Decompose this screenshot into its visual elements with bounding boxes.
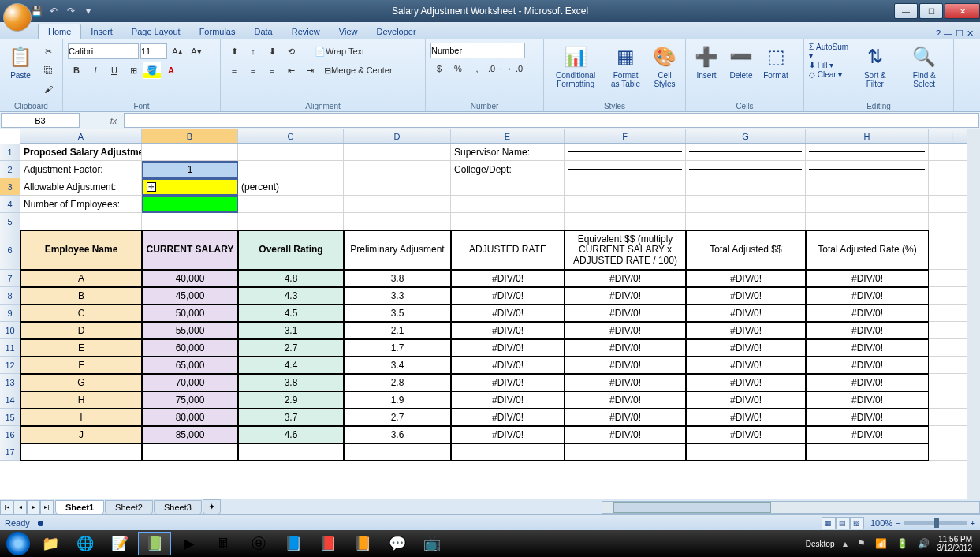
- cell-totalrate-8[interactable]: #DIV/0!: [806, 409, 929, 426]
- cell-adjrate-8[interactable]: #DIV/0!: [451, 409, 565, 426]
- decrease-decimal-icon[interactable]: ←.0: [506, 60, 524, 77]
- align-left-icon[interactable]: ≡: [225, 62, 243, 79]
- formula-input[interactable]: [124, 113, 979, 128]
- cell-F5[interactable]: [565, 213, 686, 230]
- row-header-8[interactable]: 8: [0, 287, 20, 305]
- cell-adjrate-7[interactable]: #DIV/0!: [451, 391, 565, 409]
- cell-totaladj-1[interactable]: #DIV/0!: [686, 287, 806, 305]
- cell-emp-name-2[interactable]: C: [20, 305, 142, 322]
- cell-H3[interactable]: [806, 178, 929, 196]
- tray-up-icon[interactable]: ▴: [841, 538, 849, 549]
- cell-totaladj-7[interactable]: #DIV/0!: [686, 391, 806, 409]
- minimize-button[interactable]: —: [894, 3, 918, 19]
- header-total-rate[interactable]: Total Adjusted Rate (%): [806, 230, 929, 270]
- percent-icon[interactable]: %: [449, 60, 467, 77]
- italic-button[interactable]: I: [87, 62, 104, 79]
- row-header-5[interactable]: 5: [0, 213, 20, 230]
- cell-equiv-4[interactable]: #DIV/0!: [565, 339, 686, 357]
- cell-num-emp-label[interactable]: Number of Employees:: [20, 196, 142, 213]
- cell-emp-name-1[interactable]: B: [20, 287, 142, 305]
- cell-D17[interactable]: [344, 443, 451, 461]
- cell-H1[interactable]: [806, 144, 929, 161]
- cell-rating-9[interactable]: 4.6: [238, 426, 344, 443]
- cell-equiv-6[interactable]: #DIV/0!: [565, 374, 686, 391]
- cell-rating-0[interactable]: 4.8: [238, 270, 344, 287]
- cell-equiv-3[interactable]: #DIV/0!: [565, 322, 686, 339]
- cell-prelim-2[interactable]: 3.5: [344, 305, 451, 322]
- cell-salary-8[interactable]: 80,000: [142, 409, 238, 426]
- tab-review[interactable]: Review: [282, 24, 330, 39]
- cell-H4[interactable]: [806, 196, 929, 213]
- row-header-12[interactable]: 12: [0, 357, 20, 374]
- cell-supervisor-label[interactable]: Supervisor Name:: [451, 144, 565, 161]
- find-select-button[interactable]: 🔍Find & Select: [900, 43, 948, 90]
- cell-G2[interactable]: [686, 161, 806, 178]
- format-painter-icon[interactable]: 🖌: [39, 80, 57, 98]
- cell-allowable-adj-value[interactable]: ✛: [142, 178, 238, 196]
- cell-title[interactable]: Proposed Salary Adjustment Worksheet 201…: [20, 144, 142, 161]
- cell-prelim-1[interactable]: 3.3: [344, 287, 451, 305]
- cell-D1[interactable]: [344, 144, 451, 161]
- increase-indent-icon[interactable]: ⇥: [301, 62, 319, 79]
- cell-college-dept-label[interactable]: College/Dept:: [451, 161, 565, 178]
- cell-equiv-9[interactable]: #DIV/0!: [565, 426, 686, 443]
- cell-H5[interactable]: [806, 213, 929, 230]
- header-preliminary-adj[interactable]: Preliminary Adjusment: [344, 230, 451, 270]
- cell-prelim-4[interactable]: 1.7: [344, 339, 451, 357]
- align-bottom-icon[interactable]: ⬇: [263, 43, 281, 60]
- cell-A17[interactable]: [20, 443, 142, 461]
- doc-restore-icon[interactable]: ☐: [956, 28, 963, 39]
- taskbar-ppt-icon[interactable]: 📙: [346, 532, 379, 555]
- cell-totalrate-3[interactable]: #DIV/0!: [806, 322, 929, 339]
- tray-network-icon[interactable]: 📶: [874, 538, 889, 549]
- sheet-nav-last[interactable]: ▸|: [40, 500, 54, 514]
- row-header-11[interactable]: 11: [0, 339, 20, 357]
- cell-prelim-7[interactable]: 1.9: [344, 391, 451, 409]
- header-total-adj[interactable]: Total Adjusted $$: [686, 230, 806, 270]
- cell-H17[interactable]: [806, 443, 929, 461]
- cell-A5[interactable]: [20, 213, 142, 230]
- cell-salary-9[interactable]: 85,000: [142, 426, 238, 443]
- cell-prelim-0[interactable]: 3.8: [344, 270, 451, 287]
- row-header-4[interactable]: 4: [0, 196, 20, 213]
- taskbar-word-icon[interactable]: 📘: [277, 532, 310, 555]
- cell-adjrate-5[interactable]: #DIV/0!: [451, 357, 565, 374]
- save-icon[interactable]: 💾: [30, 5, 43, 17]
- cell-totaladj-8[interactable]: #DIV/0!: [686, 409, 806, 426]
- zoom-out-button[interactable]: −: [896, 518, 900, 528]
- col-header-g[interactable]: G: [686, 129, 806, 143]
- zoom-slider[interactable]: [904, 521, 967, 525]
- tab-page-layout[interactable]: Page Layout: [122, 24, 190, 39]
- cell-allowable-adj-label[interactable]: Allowable Adjustment:: [20, 178, 142, 196]
- delete-cells-button[interactable]: ➖Delete: [725, 43, 757, 81]
- cell-totalrate-1[interactable]: #DIV/0!: [806, 287, 929, 305]
- zoom-in-button[interactable]: +: [971, 518, 975, 528]
- comma-icon[interactable]: ,: [468, 60, 486, 77]
- cell-salary-6[interactable]: 70,000: [142, 374, 238, 391]
- cell-G5[interactable]: [686, 213, 806, 230]
- cell-E17[interactable]: [451, 443, 565, 461]
- cell-adjrate-1[interactable]: #DIV/0!: [451, 287, 565, 305]
- row-header-13[interactable]: 13: [0, 374, 20, 391]
- cell-H2[interactable]: [806, 161, 929, 178]
- format-cells-button[interactable]: ⬚Format: [760, 43, 792, 81]
- horizontal-scrollbar[interactable]: [602, 501, 980, 514]
- row-header-2[interactable]: 2: [0, 161, 20, 178]
- taskbar-app-icon[interactable]: 📺: [415, 532, 449, 555]
- cell-D3[interactable]: [344, 178, 451, 196]
- tab-home[interactable]: Home: [38, 24, 81, 39]
- cell-G3[interactable]: [686, 178, 806, 196]
- cell-rating-3[interactable]: 3.1: [238, 322, 344, 339]
- cell-equiv-1[interactable]: #DIV/0!: [565, 287, 686, 305]
- cell-totalrate-0[interactable]: #DIV/0!: [806, 270, 929, 287]
- cell-G1[interactable]: [686, 144, 806, 161]
- align-top-icon[interactable]: ⬆: [225, 43, 243, 60]
- cell-rating-2[interactable]: 4.5: [238, 305, 344, 322]
- taskbar-excel-icon[interactable]: 📗: [138, 532, 171, 555]
- taskbar-skype-icon[interactable]: 💬: [381, 532, 414, 555]
- cell-salary-3[interactable]: 55,000: [142, 322, 238, 339]
- cell-equiv-7[interactable]: #DIV/0!: [565, 391, 686, 409]
- cell-F4[interactable]: [565, 196, 686, 213]
- help-icon[interactable]: ?: [936, 28, 941, 39]
- cell-adjrate-6[interactable]: #DIV/0!: [451, 374, 565, 391]
